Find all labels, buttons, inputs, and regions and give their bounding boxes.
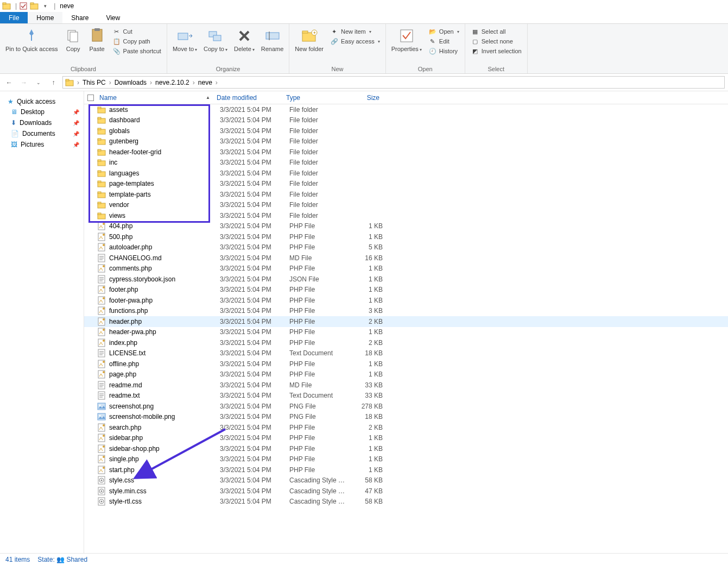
back-button[interactable]: ← [3,76,15,89]
column-type[interactable]: Type [286,94,345,102]
file-row[interactable]: 500.php3/3/2021 5:04 PMPHP File1 KB [84,231,728,242]
file-row[interactable]: functions.php3/3/2021 5:04 PMPHP File3 K… [84,306,728,317]
breadcrumb-item[interactable]: neve [196,79,214,86]
file-row[interactable]: page-templates3/3/2021 5:04 PMFile folde… [84,179,728,190]
file-row[interactable]: readme.txt3/3/2021 5:04 PMText Document3… [84,391,728,401]
file-row[interactable]: header-footer-grid3/3/2021 5:04 PMFile f… [84,147,728,158]
file-row[interactable]: offline.php3/3/2021 5:04 PMPHP File1 KB [84,359,728,369]
copy-path-button[interactable]: 📋Copy path [112,37,161,46]
file-row[interactable]: style.css3/3/2021 5:04 PMCascading Style… [84,475,728,486]
invert-selection-button[interactable]: ◩Invert selection [471,47,522,55]
file-row[interactable]: gutenberg3/3/2021 5:04 PMFile folder [84,136,728,147]
file-row[interactable]: screenshot.png3/3/2021 5:04 PMPNG File27… [84,401,728,412]
chevron-right-icon[interactable]: › [108,79,112,86]
cut-button[interactable]: ✂Cut [112,27,161,36]
file-row[interactable]: autoloader.php3/3/2021 5:04 PMPHP File5 … [84,242,728,253]
breadcrumb-item[interactable]: Downloads [112,79,149,86]
file-row[interactable]: CHANGELOG.md3/3/2021 5:04 PMMD File16 KB [84,253,728,263]
tab-view[interactable]: View [97,12,129,23]
file-row[interactable]: sidebar-shop.php3/3/2021 5:04 PMPHP File… [84,443,728,454]
breadcrumb[interactable]: › This PC›Downloads›neve.2.10.2›neve› [62,76,725,89]
svg-rect-13 [266,33,279,39]
file-row[interactable]: footer-pwa.php3/3/2021 5:04 PMPHP File1 … [84,295,728,306]
delete-button[interactable]: Delete [231,25,258,53]
file-row[interactable]: single.php3/3/2021 5:04 PMPHP File1 KB [84,454,728,465]
file-row[interactable]: index.php3/3/2021 5:04 PMPHP File2 KB [84,337,728,348]
move-to-button[interactable]: Move to [169,25,200,53]
copy-button[interactable]: Copy [61,25,85,53]
file-row[interactable]: style-rtl.css3/3/2021 5:04 PMCascading S… [84,497,728,507]
forward-button[interactable]: → [18,76,29,89]
up-button[interactable]: ↑ [48,76,59,89]
sidebar-item[interactable]: 🖥Desktop📌 [0,106,84,117]
file-row[interactable]: header-pwa.php3/3/2021 5:04 PMPHP File1 … [84,327,728,338]
file-row[interactable]: screenshot-mobile.png3/3/2021 5:04 PMPNG… [84,412,728,423]
sidebar-item[interactable]: 🖼Pictures📌 [0,139,84,150]
tab-home[interactable]: Home [28,12,62,23]
php-icon [97,360,106,368]
save-qat-icon[interactable] [19,2,28,10]
paste-shortcut-button[interactable]: 📎Paste shortcut [112,47,161,55]
history-button[interactable]: 🕘History [428,47,459,55]
select-all-button[interactable]: ▦Select all [471,27,522,36]
file-size: 1 KB [348,233,386,241]
chevron-right-icon[interactable]: › [214,79,219,86]
select-none-button[interactable]: ▢Select none [471,37,522,46]
recent-dropdown[interactable]: ⌄ [33,76,45,89]
file-row[interactable]: start.php3/3/2021 5:04 PMPHP File1 KB [84,464,728,475]
file-row[interactable]: style.min.css3/3/2021 5:04 PMCascading S… [84,486,728,497]
breadcrumb-item[interactable]: This PC [80,79,108,86]
paste-button[interactable]: Paste [85,25,109,53]
new-item-button[interactable]: ✦New item [330,27,380,36]
tab-share[interactable]: Share [62,12,97,23]
php-icon [97,233,106,241]
file-row[interactable]: vendor3/3/2021 5:04 PMFile folder [84,200,728,211]
file-row[interactable]: views3/3/2021 5:04 PMFile folder [84,210,728,221]
pin-quick-access-button[interactable]: Pin to Quick access [2,25,61,53]
file-row[interactable]: page.php3/3/2021 5:04 PMPHP File1 KB [84,369,728,380]
file-row[interactable]: header.php3/3/2021 5:04 PMPHP File2 KB [84,316,728,327]
chevron-right-icon[interactable]: › [76,79,80,86]
file-row[interactable]: cypress.storybook.json3/3/2021 5:04 PMJS… [84,274,728,285]
file-type: File folder [289,137,348,145]
sidebar-quick-access[interactable]: ★ Quick access [0,98,84,105]
new-folder-button[interactable]: ✦New folder [292,25,327,53]
select-all-checkbox[interactable] [84,95,97,101]
sidebar-item[interactable]: ⬇Downloads📌 [0,117,84,128]
file-row[interactable]: readme.md3/3/2021 5:04 PMMD File33 KB [84,380,728,391]
copy-to-button[interactable]: Copy to [200,25,231,53]
share-state: State: 👥 Shared [37,556,87,563]
breadcrumb-item[interactable]: neve.2.10.2 [153,79,192,86]
file-date: 3/3/2021 5:04 PM [220,476,289,484]
file-row[interactable]: assets3/3/2021 5:04 PMFile folder [84,104,728,115]
file-row[interactable]: languages3/3/2021 5:04 PMFile folder [84,168,728,179]
file-type: PHP File [289,339,348,347]
file-row[interactable]: template-parts3/3/2021 5:04 PMFile folde… [84,189,728,200]
file-row[interactable]: comments.php3/3/2021 5:04 PMPHP File1 KB [84,263,728,274]
rename-button[interactable]: Rename [258,25,287,53]
column-size[interactable]: Size [345,94,383,102]
file-row[interactable]: search.php3/3/2021 5:04 PMPHP File2 KB [84,422,728,433]
file-row[interactable]: 404.php3/3/2021 5:04 PMPHP File1 KB [84,221,728,232]
file-row[interactable]: footer.php3/3/2021 5:04 PMPHP File1 KB [84,285,728,296]
file-row[interactable]: dashboard3/3/2021 5:04 PMFile folder [84,115,728,126]
column-date[interactable]: Date modified [217,94,286,102]
file-type: PHP File [289,328,348,336]
file-row[interactable]: globals3/3/2021 5:04 PMFile folder [84,125,728,136]
chevron-right-icon[interactable]: › [149,79,153,86]
edit-button[interactable]: ✎Edit [428,37,459,46]
chevron-right-icon[interactable]: › [192,79,196,86]
sidebar-item[interactable]: 📄Documents📌 [0,128,84,139]
qat-dropdown-icon[interactable]: ▾ [41,2,49,10]
file-date: 3/3/2021 5:04 PM [220,275,289,283]
easy-access-button[interactable]: 🔗Easy access [330,37,380,46]
open-button[interactable]: 📂Open [428,27,459,36]
file-row[interactable]: inc3/3/2021 5:04 PMFile folder [84,158,728,168]
tab-file[interactable]: File [0,12,28,23]
properties-button[interactable]: Properties [388,25,425,53]
file-type: PHP File [289,371,348,378]
folder-icon [2,2,11,10]
file-row[interactable]: sidebar.php3/3/2021 5:04 PMPHP File1 KB [84,433,728,444]
file-row[interactable]: LICENSE.txt3/3/2021 5:04 PMText Document… [84,348,728,359]
column-name[interactable]: Name▲ [97,94,217,102]
